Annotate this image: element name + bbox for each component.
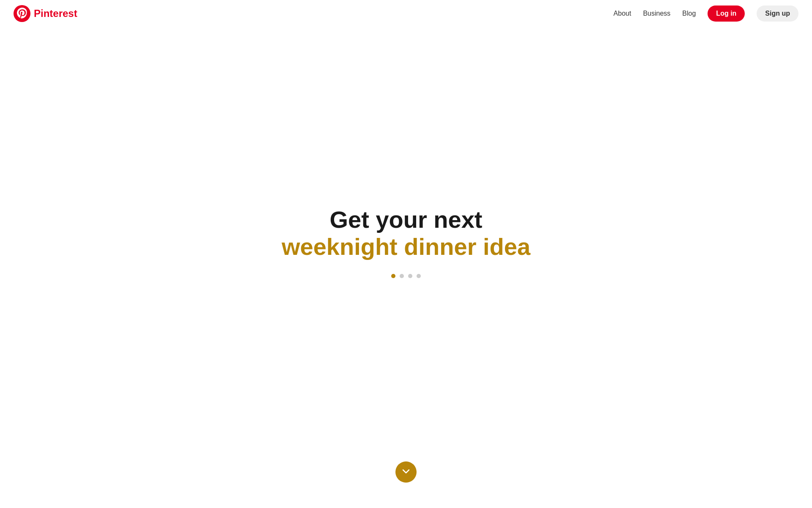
hero-line2: weeknight dinner idea [282,233,530,260]
header: Pinterest About Business Blog Log in Sig… [0,0,812,27]
chevron-down-icon [401,467,411,478]
hero-section: Get your next weeknight dinner idea [282,206,530,279]
dot-2[interactable] [400,274,404,278]
nav: About Business Blog Log in Sign up [614,6,798,22]
scroll-down-button[interactable] [395,461,417,483]
dot-3[interactable] [408,274,412,278]
logo[interactable]: Pinterest [14,5,77,22]
nav-blog[interactable]: Blog [682,10,696,17]
pinterest-logo-icon [14,5,30,22]
slideshow-dots [391,274,421,278]
nav-business[interactable]: Business [643,10,670,17]
login-button[interactable]: Log in [708,6,745,22]
nav-about[interactable]: About [614,10,631,17]
signup-button[interactable]: Sign up [757,6,798,22]
dot-4[interactable] [417,274,421,278]
hero-line1: Get your next [330,206,483,233]
logo-text: Pinterest [34,8,77,19]
main: Get your next weeknight dinner idea [0,0,812,508]
dot-1[interactable] [391,274,395,278]
svg-point-0 [14,5,30,22]
